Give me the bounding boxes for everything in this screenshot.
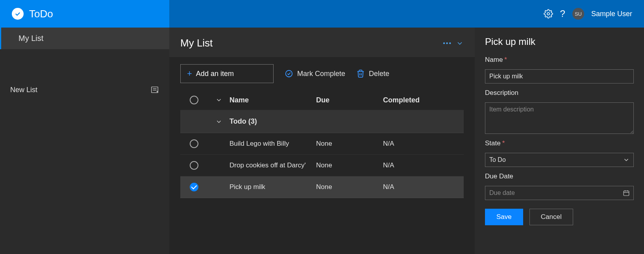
- select-all-radio[interactable]: [190, 96, 198, 104]
- mark-complete-label: Mark Complete: [297, 70, 345, 78]
- check-circle-outline-icon: [285, 69, 293, 78]
- row-completed: N/A: [383, 161, 464, 169]
- row-due: None: [316, 140, 383, 148]
- col-completed[interactable]: Completed: [383, 96, 464, 104]
- delete-button[interactable]: Delete: [356, 69, 389, 78]
- brand[interactable]: ToDo: [0, 0, 169, 28]
- gear-icon[interactable]: [544, 9, 553, 19]
- delete-label: Delete: [369, 70, 389, 78]
- svg-point-0: [547, 13, 550, 15]
- chevron-down-icon[interactable]: [215, 118, 222, 125]
- chevron-down-icon[interactable]: [456, 39, 464, 47]
- row-radio[interactable]: [190, 161, 198, 170]
- app-name: ToDo: [29, 8, 53, 20]
- row-due: None: [316, 161, 383, 169]
- state-select[interactable]: [485, 153, 634, 167]
- plus-icon: +: [187, 69, 192, 79]
- grid-header: Name Due Completed: [180, 90, 464, 110]
- col-due[interactable]: Due: [316, 96, 383, 104]
- add-item-label: Add an item: [196, 70, 234, 78]
- row-completed: N/A: [383, 183, 464, 191]
- page-title: My List: [180, 37, 213, 49]
- row-due: None: [316, 183, 383, 191]
- main-panel: My List ••• + Add an item Mark Complete: [169, 28, 475, 254]
- new-list-button[interactable]: New List: [0, 81, 169, 99]
- row-name: Pick up milk: [229, 183, 316, 191]
- cancel-button[interactable]: Cancel: [529, 209, 573, 225]
- description-label: Description: [485, 89, 634, 97]
- due-date-field[interactable]: [485, 186, 634, 200]
- group-label: Todo (3): [229, 117, 257, 126]
- more-icon[interactable]: •••: [443, 40, 452, 47]
- details-panel: Pick up milk Name* Description State* Du…: [475, 28, 644, 254]
- help-icon[interactable]: ?: [560, 8, 565, 19]
- topbar: ToDo ? SU Sample User: [0, 0, 644, 28]
- table-row[interactable]: Build Lego with BillyNoneN/A: [180, 133, 464, 155]
- col-name[interactable]: Name: [229, 96, 316, 104]
- add-item-button[interactable]: + Add an item: [180, 64, 274, 83]
- check-circle-icon: [12, 8, 24, 20]
- name-label: Name*: [485, 56, 634, 64]
- row-completed: N/A: [383, 140, 464, 148]
- sidebar: My List New List: [0, 28, 169, 254]
- new-list-label: New List: [10, 86, 37, 94]
- state-label: State*: [485, 139, 634, 147]
- trash-icon: [356, 69, 365, 78]
- row-radio[interactable]: [190, 139, 198, 148]
- user-name[interactable]: Sample User: [591, 10, 632, 18]
- row-name: Drop cookies off at Darcy': [229, 161, 316, 169]
- save-button[interactable]: Save: [485, 209, 523, 225]
- chevron-down-icon[interactable]: [215, 96, 222, 104]
- table-row[interactable]: Pick up milkNoneN/A: [180, 176, 464, 198]
- sidebar-item-label: My List: [19, 34, 43, 43]
- avatar[interactable]: SU: [572, 8, 584, 20]
- sidebar-item-my-list[interactable]: My List: [0, 28, 169, 49]
- description-field[interactable]: [485, 102, 634, 134]
- new-list-icon: [150, 85, 159, 94]
- table-row[interactable]: Drop cookies off at Darcy'NoneN/A: [180, 155, 464, 176]
- details-title: Pick up milk: [485, 36, 634, 47]
- name-field[interactable]: [485, 69, 634, 83]
- svg-point-6: [286, 70, 292, 77]
- row-radio[interactable]: [190, 183, 198, 191]
- row-name: Build Lego with Billy: [229, 140, 316, 148]
- group-row[interactable]: Todo (3): [180, 110, 464, 133]
- mark-complete-button[interactable]: Mark Complete: [285, 69, 345, 78]
- due-date-label: Due Date: [485, 172, 634, 180]
- items-grid: Name Due Completed Todo (3) Build Lego w…: [180, 90, 464, 198]
